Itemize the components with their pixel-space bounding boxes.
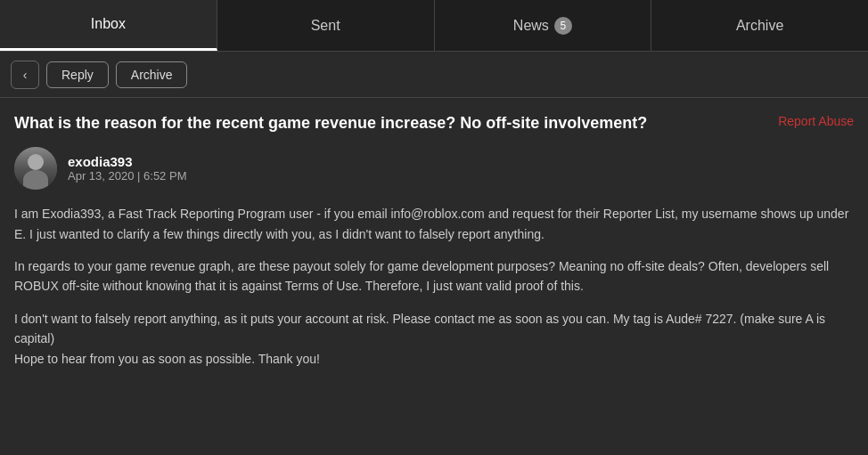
nav-label-archive: Archive <box>736 18 783 34</box>
nav-item-archive[interactable]: Archive <box>651 0 868 51</box>
news-badge: 5 <box>554 17 572 35</box>
nav-label-sent: Sent <box>311 18 340 34</box>
archive-label: Archive <box>131 68 173 82</box>
nav-item-inbox[interactable]: Inbox <box>0 0 217 51</box>
back-icon: ‹ <box>23 68 28 82</box>
message-header: What is the reason for the recent game r… <box>14 112 854 134</box>
sender-date: Apr 13, 2020 | 6:52 PM <box>68 169 186 183</box>
reply-button[interactable]: Reply <box>46 61 109 88</box>
reply-label: Reply <box>61 68 94 82</box>
nav-item-news[interactable]: News 5 <box>435 0 652 51</box>
archive-button[interactable]: Archive <box>116 61 188 88</box>
toolbar: ‹ Reply Archive <box>0 52 868 98</box>
message-paragraph-1: I am Exodia393, a Fast Track Reporting P… <box>14 204 854 244</box>
nav-label-inbox: Inbox <box>91 16 126 32</box>
message-paragraph-3: I don't want to falsely report anything,… <box>14 309 854 369</box>
nav-label-news: News <box>513 18 549 34</box>
avatar-image <box>14 147 57 190</box>
sender-name: exodia393 <box>68 154 186 169</box>
sender-info: exodia393 Apr 13, 2020 | 6:52 PM <box>14 147 854 190</box>
back-button[interactable]: ‹ <box>11 61 39 89</box>
sender-details: exodia393 Apr 13, 2020 | 6:52 PM <box>68 154 186 183</box>
nav-item-sent[interactable]: Sent <box>217 0 435 51</box>
message-body: I am Exodia393, a Fast Track Reporting P… <box>14 204 854 369</box>
avatar <box>14 147 57 190</box>
message-container: What is the reason for the recent game r… <box>0 98 868 383</box>
report-abuse-link[interactable]: Report Abuse <box>778 112 854 128</box>
message-paragraph-2: In regards to your game revenue graph, a… <box>14 256 854 297</box>
message-subject: What is the reason for the recent game r… <box>14 112 764 134</box>
nav-bar: Inbox Sent News 5 Archive <box>0 0 868 52</box>
